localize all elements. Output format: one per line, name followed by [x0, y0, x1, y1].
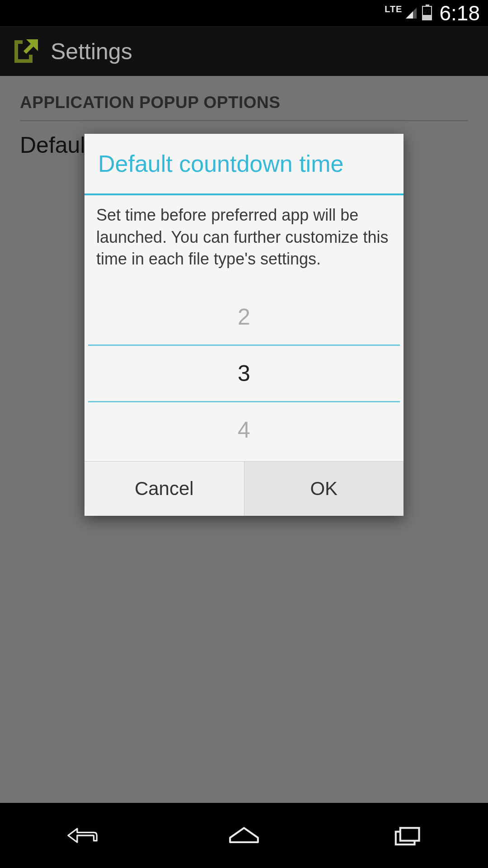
action-bar: Settings [0, 26, 488, 76]
nav-bar [0, 803, 488, 868]
page-title: Settings [51, 38, 132, 65]
picker-prev-value[interactable]: 2 [88, 289, 400, 344]
countdown-dialog: Default countdown time Set time before p… [84, 134, 404, 516]
dialog-button-bar: Cancel OK [84, 461, 404, 516]
cancel-button[interactable]: Cancel [84, 462, 244, 516]
battery-level: 27 [423, 8, 431, 14]
home-button[interactable] [219, 822, 269, 849]
status-bar: LTE 27 6:18 [0, 0, 488, 26]
dialog-title: Default countdown time [84, 134, 404, 193]
signal-icon [405, 7, 418, 19]
battery-fill [423, 15, 431, 19]
network-lte-icon: LTE [385, 4, 402, 14]
dialog-message: Set time before preferred app will be la… [84, 195, 404, 282]
back-button[interactable] [56, 822, 106, 849]
app-share-icon [11, 37, 41, 66]
ok-button[interactable]: OK [244, 462, 404, 516]
status-time: 6:18 [439, 1, 480, 25]
recent-apps-button[interactable] [382, 822, 432, 849]
battery-icon: 27 [422, 6, 432, 20]
svg-rect-1 [400, 828, 419, 840]
picker-selected-value[interactable]: 3 [88, 344, 400, 402]
modal-overlay[interactable]: Default countdown time Set time before p… [0, 76, 488, 803]
number-picker[interactable]: 2 3 4 [84, 282, 404, 461]
picker-next-value[interactable]: 4 [88, 402, 400, 458]
